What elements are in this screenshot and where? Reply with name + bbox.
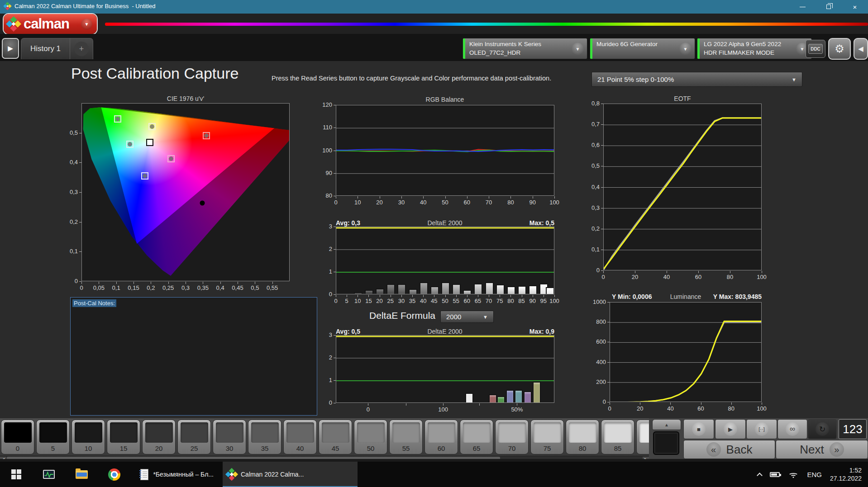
next-button[interactable]: Next» — [776, 440, 868, 459]
pattern-button-90[interactable]: 90 — [636, 420, 649, 454]
stop-button[interactable]: ■ — [683, 419, 714, 439]
pattern-level-label: 60 — [425, 444, 458, 452]
pattern-button-35[interactable]: 35 — [248, 420, 281, 454]
add-tab-button[interactable]: + — [70, 38, 93, 59]
calman-menu-button[interactable]: calman ▼ — [4, 14, 97, 34]
deltae-formula-dropdown[interactable]: 2000▼ — [440, 311, 494, 323]
page-title: Post Calibration Capture — [71, 65, 238, 82]
language-indicator[interactable]: ENG — [807, 471, 822, 478]
pattern-level-label: 30 — [213, 444, 246, 452]
pattern-button-70[interactable]: 70 — [495, 420, 529, 454]
pattern-button-30[interactable]: 30 — [213, 420, 246, 454]
back-button[interactable]: «Back — [683, 440, 775, 459]
deltae-bar-cyan — [515, 390, 523, 403]
axis-tick-label: 0,35 — [197, 284, 209, 291]
chevron-down-icon: ▼ — [572, 43, 584, 55]
axis-tick-label: 0,6 — [591, 142, 600, 148]
taskbar-task-calman[interactable]: Calman 2022 Calma... — [223, 462, 358, 487]
device-dropdown-2[interactable]: LG 2022 Alpha 9 Gen5 2022HDR FILMMAKER M… — [697, 38, 812, 59]
device-dropdown-1[interactable]: Murideo 6G Generator▼ — [590, 38, 695, 59]
axis-tick — [610, 402, 610, 405]
expand-panel-button[interactable]: ▶ — [2, 38, 19, 59]
pattern-button-20[interactable]: 20 — [142, 420, 176, 454]
axis-tick-label: 45 — [431, 298, 437, 304]
clock[interactable]: 1:52 27.12.2022 — [830, 466, 862, 482]
tab-group: History 1 + — [21, 38, 93, 59]
pattern-button-45[interactable]: 45 — [319, 420, 352, 454]
pattern-level-label: 50 — [354, 444, 387, 452]
refresh-button[interactable]: ↻ — [808, 419, 837, 439]
axis-tick-label: 85 — [518, 298, 525, 304]
app-icon — [3, 2, 11, 10]
pattern-button-25[interactable]: 25 — [177, 420, 211, 454]
axis-tick-label: 0,25 — [162, 284, 174, 291]
axis-tick — [607, 382, 610, 383]
pattern-button-60[interactable]: 60 — [424, 420, 458, 454]
axis-tick-label: 0,1 — [70, 248, 78, 255]
pattern-button-0[interactable]: 0 — [1, 420, 34, 454]
axis-tick-label: 60 — [464, 199, 470, 206]
device-dropdown-0[interactable]: Klein Instruments K SeriesOLED_77C2_HDR▼ — [463, 38, 587, 59]
file-explorer-taskbar-icon[interactable] — [71, 462, 92, 487]
axis-tick — [489, 295, 489, 297]
pattern-button-40[interactable]: 40 — [283, 420, 317, 454]
tab-history-1[interactable]: History 1 — [21, 38, 70, 59]
pattern-button-75[interactable]: 75 — [530, 420, 564, 454]
pattern-button-15[interactable]: 15 — [107, 420, 140, 454]
post-cal-notes-field[interactable]: Post-Cal Notes: — [70, 297, 317, 416]
axis-tick-label: 600 — [596, 338, 606, 345]
close-button[interactable]: × — [842, 0, 868, 14]
pattern-button-50[interactable]: 50 — [354, 420, 387, 454]
chevron-up-icon[interactable] — [757, 473, 763, 478]
pattern-level-label: 40 — [284, 444, 316, 452]
deltae-bar-80 — [507, 286, 515, 294]
pattern-swatch — [428, 422, 455, 443]
axis-tick-label: 70 — [486, 199, 492, 206]
axis-tick — [401, 196, 402, 199]
device-name: Murideo 6G Generator — [596, 41, 658, 47]
pattern-window-up-button[interactable]: ▲ — [652, 419, 681, 430]
read-series-range-button[interactable]: [··] — [746, 419, 777, 439]
axis-tick-label: 100 — [549, 298, 559, 304]
settings-button[interactable]: ⚙ — [828, 38, 851, 60]
pattern-button-5[interactable]: 5 — [36, 420, 70, 454]
restore-button[interactable] — [816, 0, 842, 14]
collapse-panel-button[interactable]: ◀ — [854, 38, 868, 60]
axis-tick — [412, 295, 413, 297]
deltae-color-max: Max: 0,9 — [529, 328, 554, 335]
axis-tick-label: 0,8 — [591, 100, 600, 107]
chrome-taskbar-icon[interactable] — [103, 462, 125, 487]
axis-tick — [423, 295, 424, 297]
axis-tick — [334, 128, 336, 128]
taskbar-task-notepad[interactable]: *Безымянный – Бл... — [136, 462, 218, 487]
start-button[interactable] — [5, 462, 27, 487]
deltae-bar-75 — [496, 284, 505, 294]
play-button[interactable]: ▶ — [715, 419, 746, 439]
preset-dropdown[interactable]: 21 Point 5% step 0-100%▼ — [591, 72, 802, 87]
wifi-icon[interactable] — [788, 471, 799, 478]
deltae-grayscale-avg: Avg: 0,3 — [336, 219, 360, 227]
continuous-read-button[interactable]: ∞ — [777, 419, 807, 439]
axis-tick — [368, 295, 369, 297]
task-label: Calman 2022 Calma... — [241, 471, 304, 478]
pattern-button-85[interactable]: 85 — [601, 420, 634, 454]
ddc-button[interactable]: DDC — [806, 40, 825, 58]
battery-icon[interactable] — [770, 472, 780, 477]
pattern-button-55[interactable]: 55 — [389, 420, 423, 454]
axis-tick-label: 100 — [757, 405, 767, 412]
axis-tick — [510, 295, 511, 297]
measurement-point-magenta — [169, 156, 173, 161]
minimize-button[interactable] — [789, 0, 816, 14]
axis-tick-label: 15 — [365, 298, 372, 304]
task-manager-taskbar-icon[interactable] — [38, 462, 60, 487]
pattern-button-65[interactable]: 65 — [460, 420, 493, 454]
deltae-bar-30 — [397, 284, 406, 294]
pattern-level-label: 55 — [390, 444, 422, 452]
chevron-down-icon: ▼ — [483, 314, 488, 320]
measurement-point-white — [148, 140, 152, 145]
axis-tick-label: 40 — [420, 199, 426, 206]
pattern-button-80[interactable]: 80 — [566, 420, 599, 454]
task-manager-icon — [43, 470, 55, 479]
axis-tick-label: 800 — [596, 318, 606, 325]
pattern-button-10[interactable]: 10 — [72, 420, 105, 454]
